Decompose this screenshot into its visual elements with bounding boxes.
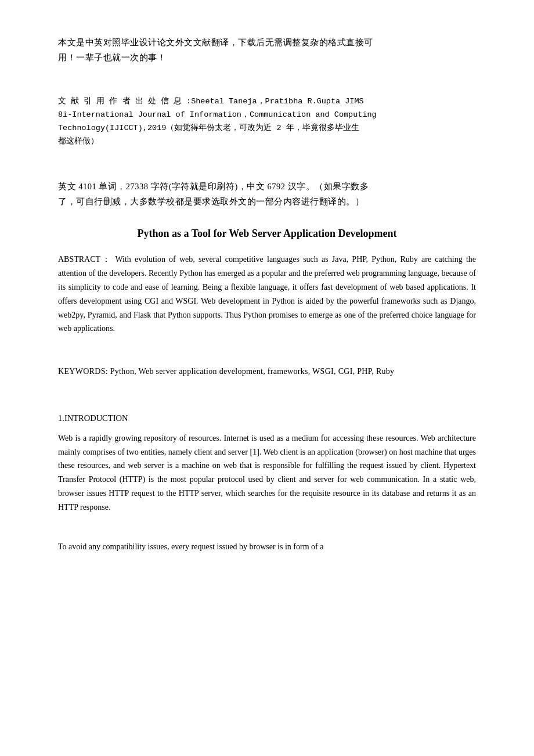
page: 本文是中英对照毕业设计论文外文文献翻译，下载后无需调整复杂的格式直接可 用！一辈… bbox=[0, 0, 534, 756]
citation-label: 文 献 引 用 作 者 出 处 信 息 : bbox=[58, 97, 191, 106]
intro-note: 本文是中英对照毕业设计论文外文文献翻译，下载后无需调整复杂的格式直接可 用！一辈… bbox=[58, 35, 476, 65]
citation-journal: 8i-International Journal of Information，… bbox=[58, 110, 377, 119]
stats-line1: 英文 4101 单词，27338 字符(字符就是印刷符)，中文 6792 汉字。… bbox=[58, 182, 369, 191]
keywords-text: Python, Web server application developme… bbox=[108, 367, 395, 376]
stats-line2: 了，可自行删减，大多数学校都是要求选取外文的一部分内容进行翻译的。） bbox=[58, 197, 364, 206]
section1-para1: Web is a rapidly growing repository of r… bbox=[58, 431, 476, 514]
keywords-block: KEYWORDS: Python, Web server application… bbox=[58, 365, 476, 379]
paper-title: Python as a Tool for Web Server Applicat… bbox=[58, 226, 476, 241]
abstract-label: ABSTRACT： bbox=[58, 255, 111, 264]
intro-line2: 用！一辈子也就一次的事！ bbox=[58, 53, 166, 62]
abstract-text: With evolution of web, several competiti… bbox=[58, 255, 476, 333]
citation-note: 都这样做） bbox=[58, 137, 99, 146]
intro-line1: 本文是中英对照毕业设计论文外文文献翻译，下载后无需调整复杂的格式直接可 bbox=[58, 38, 373, 47]
stats-block: 英文 4101 单词，27338 字符(字符就是印刷符)，中文 6792 汉字。… bbox=[58, 179, 476, 209]
section1-title: 1.INTRODUCTION bbox=[58, 413, 476, 423]
citation-tech: Technology(IJICCT),2019（如觉得年份太老，可改为近 2 年… bbox=[58, 124, 359, 132]
citation-block: 文 献 引 用 作 者 出 处 信 息 :Sheetal Taneja，Prat… bbox=[58, 95, 476, 149]
keywords-label: KEYWORDS: bbox=[58, 367, 108, 376]
citation-author: Sheetal Taneja，Pratibha R.Gupta JIMS bbox=[191, 97, 364, 106]
abstract-block: ABSTRACT： With evolution of web, several… bbox=[58, 253, 476, 336]
section1-para2: To avoid any compatibility issues, every… bbox=[58, 540, 476, 554]
